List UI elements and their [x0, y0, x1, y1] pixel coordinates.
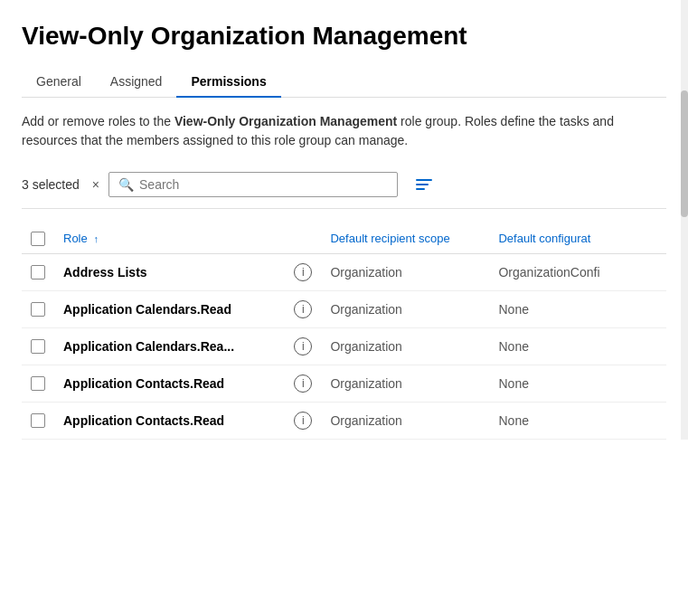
filter-button[interactable]	[409, 175, 439, 194]
filter-icon	[416, 179, 432, 190]
selected-count-text: 3 selected	[22, 177, 80, 192]
table-wrapper: Role ↑ Default recipient scope Default c…	[22, 223, 666, 440]
header-recipient-scope[interactable]: Default recipient scope	[321, 223, 489, 253]
header-checkbox-col	[22, 223, 54, 253]
header-role[interactable]: Role ↑	[54, 223, 285, 253]
row-info-cell: i	[285, 290, 321, 327]
selected-count: 3 selected	[22, 177, 80, 192]
header-role-label: Role	[63, 232, 88, 245]
tabs-bar: General Assigned Permissions	[22, 67, 666, 98]
info-icon[interactable]: i	[294, 412, 312, 430]
row-role-name: Application Contacts.Read	[63, 376, 224, 391]
tab-permissions[interactable]: Permissions	[176, 67, 280, 98]
row-role-cell: Address Lists	[54, 253, 285, 290]
roles-table: Role ↑ Default recipient scope Default c…	[22, 223, 666, 440]
row-role-cell: Application Calendars.Read	[54, 290, 285, 327]
row-role-name: Address Lists	[63, 265, 147, 280]
clear-selection-button[interactable]: ×	[90, 177, 101, 192]
page-title: View-Only Organization Management	[22, 22, 666, 51]
table-row: Application Contacts.Read i Organization…	[22, 402, 666, 439]
row-checkbox[interactable]	[31, 339, 45, 354]
row-role-cell: Application Contacts.Read	[54, 365, 285, 402]
row-info-cell: i	[285, 253, 321, 290]
search-box: 🔍	[108, 172, 398, 197]
row-recipient-scope: Organization	[321, 253, 489, 290]
row-checkbox-cell	[22, 365, 54, 402]
header-info-col	[285, 223, 321, 253]
row-checkbox[interactable]	[31, 302, 45, 317]
info-icon[interactable]: i	[294, 300, 312, 318]
scrollbar-thumb[interactable]	[681, 90, 688, 217]
toolbar: 3 selected × 🔍	[22, 172, 666, 209]
row-recipient-scope: Organization	[321, 365, 489, 402]
row-role-name: Application Contacts.Read	[63, 413, 224, 428]
row-checkbox[interactable]	[31, 376, 45, 391]
filter-line-3	[416, 188, 425, 190]
row-role-name: Application Calendars.Read	[63, 302, 231, 317]
info-icon[interactable]: i	[294, 337, 312, 355]
scrollbar-track[interactable]	[681, 0, 688, 440]
info-icon[interactable]: i	[294, 263, 312, 281]
row-config-scope: None	[489, 327, 666, 365]
header-config-scope-label: Default configurat	[498, 232, 590, 245]
table-row: Application Calendars.Rea... i Organizat…	[22, 327, 666, 365]
description-text: Add or remove roles to the View-Only Org…	[22, 112, 666, 150]
header-checkbox[interactable]	[31, 232, 45, 246]
row-checkbox-cell	[22, 253, 54, 290]
tab-general[interactable]: General	[22, 67, 96, 98]
row-checkbox[interactable]	[31, 413, 45, 428]
row-checkbox-cell	[22, 290, 54, 327]
row-recipient-scope: Organization	[321, 290, 489, 327]
sort-asc-icon: ↑	[93, 233, 99, 244]
row-info-cell: i	[285, 365, 321, 402]
search-icon: 🔍	[118, 177, 134, 192]
row-config-scope: OrganizationConfi	[489, 253, 666, 290]
row-config-scope: None	[489, 290, 666, 327]
table-row: Address Lists i Organization Organizatio…	[22, 253, 666, 290]
row-checkbox[interactable]	[31, 265, 45, 280]
row-checkbox-cell	[22, 327, 54, 365]
row-config-scope: None	[489, 402, 666, 439]
tab-assigned[interactable]: Assigned	[96, 67, 177, 98]
table-row: Application Contacts.Read i Organization…	[22, 365, 666, 402]
table-row: Application Calendars.Read i Organizatio…	[22, 290, 666, 327]
row-recipient-scope: Organization	[321, 327, 489, 365]
page-container: View-Only Organization Management Genera…	[0, 0, 688, 440]
row-role-cell: Application Calendars.Rea...	[54, 327, 285, 365]
row-checkbox-cell	[22, 402, 54, 439]
filter-line-2	[416, 184, 429, 185]
filter-line-1	[416, 179, 432, 181]
row-config-scope: None	[489, 365, 666, 402]
info-icon[interactable]: i	[294, 374, 312, 393]
search-input[interactable]	[139, 177, 388, 192]
description-bold: View-Only Organization Management	[174, 114, 397, 128]
header-recipient-scope-label: Default recipient scope	[330, 232, 449, 245]
row-role-cell: Application Contacts.Read	[54, 402, 285, 439]
table-header-row: Role ↑ Default recipient scope Default c…	[22, 223, 666, 253]
row-recipient-scope: Organization	[321, 402, 489, 439]
row-info-cell: i	[285, 402, 321, 439]
row-info-cell: i	[285, 327, 321, 365]
header-config-scope[interactable]: Default configurat	[489, 223, 666, 253]
description-prefix: Add or remove roles to the	[22, 114, 174, 128]
row-role-name: Application Calendars.Rea...	[63, 339, 234, 354]
